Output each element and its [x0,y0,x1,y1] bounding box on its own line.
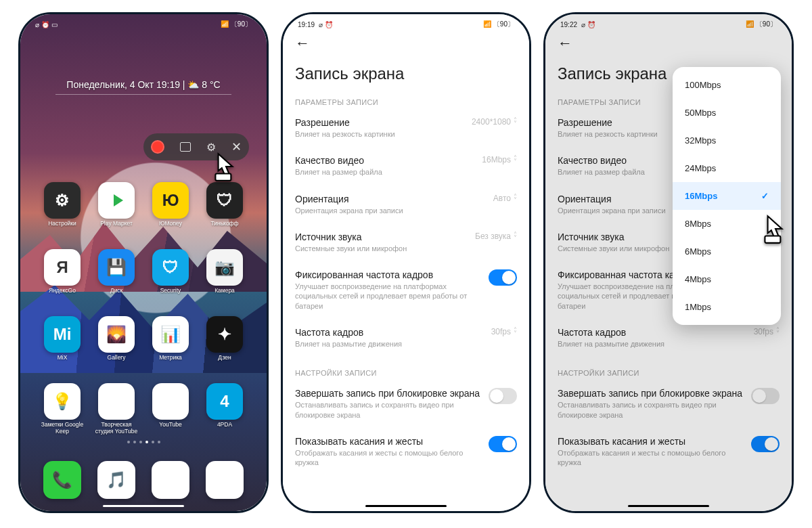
cursor-pointer-icon [211,150,240,183]
app-icon[interactable]: ✦ [206,316,243,353]
home-indicator[interactable] [365,505,447,507]
toggle[interactable] [489,388,517,404]
setting-value: 2400*1080˄˅ [472,117,517,127]
setting-row[interactable]: Источник звукаСистемные звуки или микроф… [283,223,529,261]
app-icon[interactable]: Mi [44,316,81,353]
status-bar: 19:22 ⌀ ⏰ 📶 〔90〕 [545,14,792,32]
settings-page: 19:19 ⌀ ⏰ 📶 〔90〕 ← Запись экрана ПАРАМЕТ… [283,14,529,511]
app-label: ЮMoney [159,221,182,227]
setting-title: Показывать касания и жесты [558,436,744,447]
dock-app[interactable]: 📞 [43,461,81,499]
app-настройки[interactable]: ⚙Настройки [35,182,89,242]
app-камера[interactable]: 📷Камера [198,249,252,309]
bitrate-option[interactable]: 100Mbps [673,71,781,99]
app-label: Gallery [108,355,126,361]
bitrate-popup[interactable]: 100Mbps50Mbps32Mbps24Mbps16Mbps8Mbps6Mbp… [673,67,781,325]
bitrate-option[interactable]: 24Mbps [673,154,781,182]
back-button[interactable]: ← [558,35,572,51]
bitrate-option[interactable]: 4Mbps [673,265,781,293]
app-юmoney[interactable]: ЮЮMoney [143,182,198,242]
page-title: Запись экрана [283,55,529,86]
toggle[interactable] [751,436,780,452]
app-icon[interactable]: 🛡 [152,249,189,286]
setting-title: Фиксированная частота кадров [295,269,482,280]
setting-subtitle: Влияет на резкость картинки [295,129,465,139]
setting-row[interactable]: Фиксированная частота кадровУлучшает вос… [283,261,529,319]
setting-row[interactable]: ОриентацияОриентация экрана при записиАв… [283,185,529,223]
setting-row[interactable]: Завершать запись при блокировке экранаОс… [283,380,529,428]
app-icon[interactable]: 4 [206,383,243,420]
setting-subtitle: Отображать касания и жесты с помощью бел… [295,448,482,468]
chevron-updown-icon: ˄˅ [514,195,517,202]
setting-subtitle: Останавливать запись и сохранять видео п… [558,400,744,420]
setting-row[interactable]: Показывать касания и жестыОтображать кас… [283,428,529,476]
app-дзен[interactable]: ✦Дзен [198,316,252,376]
settings-list: РазрешениеВлияет на резкость картинки240… [283,109,529,357]
setting-title: Завершать запись при блокировке экрана [558,388,744,399]
setting-row[interactable]: Показывать касания и жестыОтображать кас… [545,428,792,476]
toggle[interactable] [489,269,517,286]
app-icon[interactable]: 💾 [98,249,135,286]
setting-subtitle: Системные звуки или микрофон [295,244,468,253]
phone-home-screen: ⌀ ⏰ ▭ 📶 〔90〕 Понедельник, 4 Окт 19:19 | … [18,12,269,513]
phone-settings: 19:19 ⌀ ⏰ 📶 〔90〕 ← Запись экрана ПАРАМЕТ… [281,12,531,513]
app-icon[interactable]: 💡 [44,383,81,420]
app-mix[interactable]: MiMiX [35,316,89,376]
dock-app[interactable]: O [206,461,244,499]
app-тинькофф[interactable]: 🛡Тинькофф [198,182,252,242]
app-gallery[interactable]: 🌄Gallery [89,316,143,376]
app-icon[interactable]: 🌄 [98,316,135,353]
setting-subtitle: Улучшает воспроизведение на платформах с… [295,282,482,311]
app-icon[interactable]: Ю [152,182,189,219]
chevron-updown-icon: ˄˅ [514,328,517,335]
dock-app[interactable]: 🎵 [97,461,135,499]
toggle[interactable] [751,388,780,404]
app-метрика[interactable]: 📊Метрика [143,316,198,376]
app-label: Метрика [159,355,182,361]
setting-subtitle: Отображать касания и жесты с помощью бел… [558,448,744,468]
setting-title: Разрешение [295,117,465,128]
app-security[interactable]: 🛡Security [143,249,198,309]
setting-value: 30fps˄˅ [754,327,780,336]
dock-app[interactable]: ✈ [152,461,189,499]
toggle[interactable] [489,436,517,452]
app-icon[interactable]: ▶ [98,383,135,420]
bitrate-option[interactable]: 50Mbps [673,99,781,127]
weather-widget[interactable]: Понедельник, 4 Окт 19:19 | ⛅ 8 °C [55,79,231,95]
home-indicator[interactable] [103,505,184,507]
window-icon[interactable] [180,142,191,152]
app-яндексgo[interactable]: ЯЯндексGo [35,249,89,309]
app-icon[interactable]: Я [44,249,81,286]
phone-settings-popup: 19:22 ⌀ ⏰ 📶 〔90〕 ← Запись экрана ПАРАМЕТ… [543,12,794,513]
setting-title: Ориентация [295,194,487,204]
app-диск[interactable]: 💾Диск [89,249,143,309]
app-label: Диск [110,288,122,294]
svg-rect-0 [215,173,231,180]
bitrate-option[interactable]: 32Mbps [673,127,781,154]
setting-row[interactable]: Завершать запись при блокировке экранаОс… [545,380,792,428]
status-left: ⌀ ⏰ ▭ [35,21,58,28]
back-button[interactable]: ← [295,35,310,51]
status-right-icons: 📶 〔90〕 [483,20,514,29]
setting-row[interactable]: Частота кадровВлияет на размытие движени… [283,319,529,357]
app-icon[interactable]: 📊 [152,316,189,353]
bitrate-option[interactable]: 16Mbps [673,182,781,210]
app-label: ЯндексGo [49,288,76,294]
app-icon[interactable]: ▶ [152,383,189,420]
app-icon[interactable]: 📷 [206,249,243,286]
setting-row[interactable]: Качество видеоВлияет на размер файла16Mb… [283,147,529,185]
alarm-icons: ⌀ ⏰ ▭ [35,21,58,28]
app-icon[interactable]: 🛡 [206,182,243,219]
app-icon[interactable]: ⚙ [44,182,81,219]
chevron-updown-icon: ˄˅ [776,328,780,335]
setting-row[interactable]: РазрешениеВлияет на резкость картинки240… [283,109,529,147]
app-label: Security [160,288,181,294]
bitrate-option[interactable]: 1Mbps [673,293,781,321]
section-header: ПАРАМЕТРЫ ЗАПИСИ [283,86,529,109]
app-play-маркет[interactable]: Play Маркет [89,182,143,242]
record-button[interactable] [151,140,164,154]
app-icon[interactable] [98,182,135,219]
chevron-updown-icon: ˄˅ [514,233,517,240]
setting-value: 16Mbps˄˅ [482,155,517,164]
setting-subtitle: Влияет на размытие движения [295,339,484,349]
